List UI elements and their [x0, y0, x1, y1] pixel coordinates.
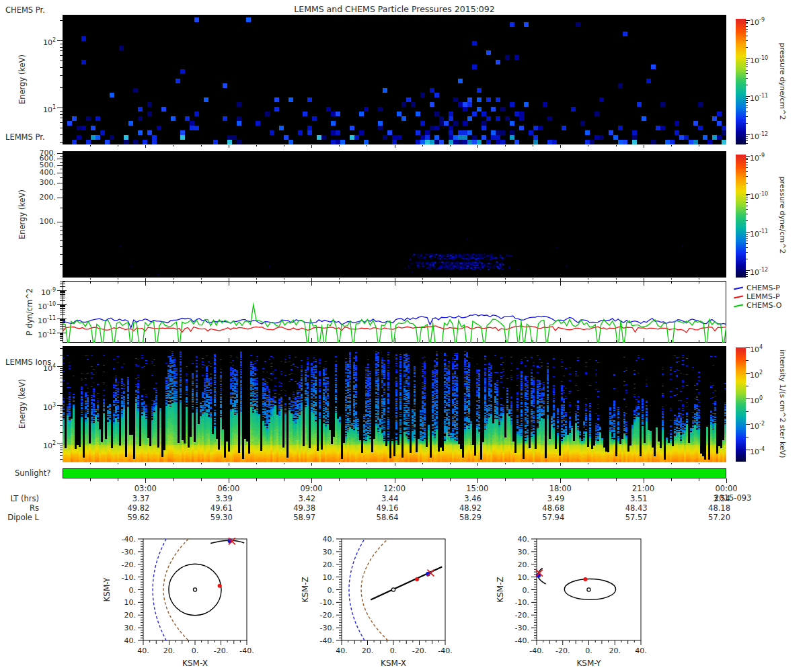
axis-tick [746, 105, 748, 106]
axis-tick [311, 478, 312, 483]
axis-tick [746, 73, 748, 74]
svg-text:20.: 20. [362, 646, 374, 655]
tick-label: 300. [40, 178, 56, 187]
axis-tick [699, 278, 699, 280]
axis-tick [726, 478, 727, 483]
tick-label: 102 [750, 368, 763, 378]
energy-axis-label-chems: Energy (keV) [17, 54, 27, 104]
legend-item-chems-p: CHEMS-P [734, 284, 780, 292]
chems-panel-label: CHEMS Pr. [5, 5, 45, 15]
axis-tick [60, 162, 63, 163]
saturn-marker [391, 588, 395, 591]
axis-tick [746, 78, 748, 79]
tick-label: 10-2 [750, 419, 765, 429]
tick-label: 3.42 [268, 494, 315, 503]
axis-tick [422, 278, 423, 280]
axis-tick [118, 478, 118, 481]
tick-label: Rs [0, 503, 39, 513]
axis-tick [746, 64, 748, 65]
axis-tick [588, 478, 588, 481]
svg-text:-20.: -20. [320, 611, 334, 620]
axis-tick [60, 335, 63, 335]
axis-tick [60, 459, 63, 460]
axis-tick [395, 463, 395, 466]
tick-label: 03:00 [125, 484, 165, 493]
tick-label: 49.82 [102, 503, 149, 513]
axis-tick [699, 145, 699, 146]
tick-label: 3.39 [186, 494, 233, 503]
axis-tick [60, 348, 63, 349]
axis-tick [746, 202, 748, 203]
axis-tick [746, 206, 748, 206]
tick-label: 10-11 [750, 91, 768, 101]
tick-label: 48.68 [517, 503, 564, 513]
axis-tick [560, 463, 561, 466]
axis-tick [533, 478, 533, 481]
axis-tick [644, 145, 644, 148]
svg-text:-40.: -40. [438, 646, 452, 655]
tick-label: 57.57 [601, 513, 648, 522]
axis-tick [60, 208, 63, 208]
axis-tick [746, 143, 748, 144]
tick-label: 10-9 [750, 151, 765, 161]
axis-tick [60, 455, 63, 456]
axis-tick [60, 50, 63, 51]
tick-label: 10-9 [750, 15, 765, 25]
axis-tick [60, 264, 63, 265]
axis-tick [746, 183, 748, 183]
axis-tick [145, 278, 146, 281]
svg-text:40.: 40. [635, 646, 647, 655]
tick-label: 48.18 [683, 503, 730, 513]
saturn-marker [193, 588, 196, 591]
axis-tick [57, 108, 63, 108]
axis-tick [339, 478, 340, 481]
axis-tick [477, 478, 478, 483]
axis-tick [201, 145, 202, 146]
axis-tick [477, 463, 478, 466]
tick-label: 10-9 [41, 286, 56, 295]
axis-tick [60, 417, 63, 417]
tick-label: 10-12 [750, 265, 768, 275]
axis-tick [256, 278, 257, 280]
axis-tick [60, 378, 63, 378]
svg-text:20.: 20. [163, 646, 176, 655]
tick-label: 15:00 [457, 484, 498, 493]
axis-tick [746, 138, 748, 139]
tick-label: 06:00 [208, 484, 249, 493]
tick-label: 104 [43, 362, 56, 371]
svg-text:0.: 0. [523, 586, 530, 595]
axis-tick [311, 145, 312, 148]
axis-tick [57, 153, 63, 154]
axis-tick [60, 296, 63, 296]
tick-label: 3.51 [601, 494, 648, 503]
axis-tick [746, 259, 748, 259]
axis-tick [60, 336, 63, 337]
axis-tick [60, 47, 63, 48]
axis-tick [644, 278, 644, 281]
svg-text:30.: 30. [323, 548, 335, 556]
axis-tick [367, 145, 367, 146]
axis-tick [746, 123, 748, 124]
svg-text:-40.: -40. [529, 646, 543, 655]
axis-tick [533, 145, 533, 146]
axis-tick [60, 114, 63, 115]
axis-tick [60, 308, 63, 308]
tick-label: 10-10 [750, 190, 768, 199]
legend-label: CHEMS-O [746, 301, 781, 310]
axis-tick [746, 158, 748, 159]
axis-tick [145, 463, 146, 466]
axis-tick [746, 22, 748, 23]
legend-label: LEMMS-P [746, 292, 780, 301]
axis-tick [60, 314, 63, 315]
axis-tick [60, 190, 63, 190]
axis-tick [422, 478, 423, 481]
tick-label: 57.94 [517, 513, 564, 522]
axis-tick [145, 478, 146, 483]
pressure-colorbar-unit: pressure dyne/cm^2 [778, 43, 787, 120]
intensity-colorbar-unit: intensity 1/(s cm^2 ster keV) [778, 349, 787, 458]
tick-label: 200. [40, 193, 56, 202]
axis-tick [311, 278, 312, 281]
axis-tick [746, 200, 748, 200]
axis-tick [422, 463, 423, 464]
svg-text:-40.: -40. [239, 646, 254, 655]
